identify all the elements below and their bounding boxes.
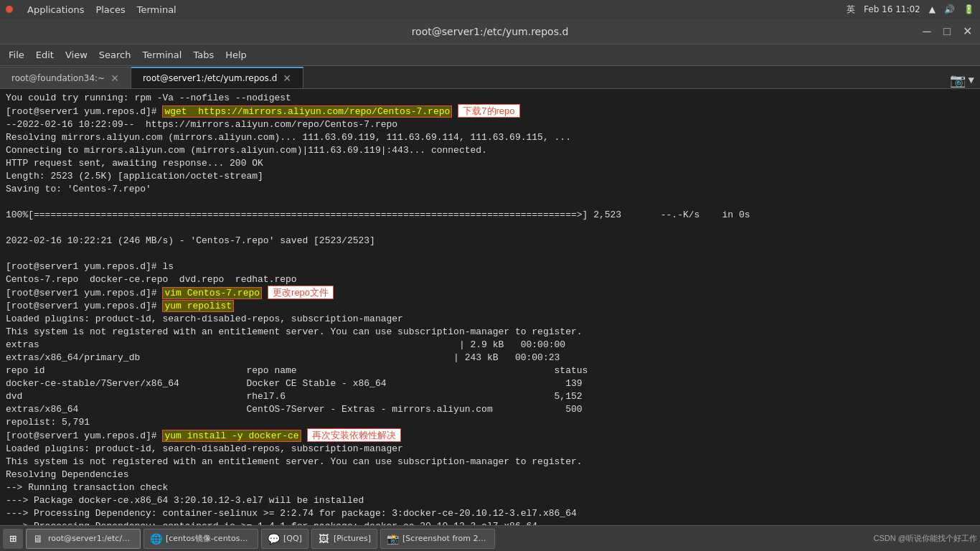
taskbar: ⊞ 🖥 root@server1:/etc/yum.rep... 🌐 [cent…: [0, 525, 980, 551]
wifi-icon: ▲: [929, 4, 936, 14]
screenshot-icon: 📷: [950, 72, 966, 88]
line-dvd-repo: dvd rhel7.6 5,152: [6, 390, 974, 403]
line-extras1: extras | 2.9 kB 00:00:00: [6, 339, 974, 352]
line-empty3: [6, 248, 974, 260]
line-ls-output: Centos-7.repo docker-ce.repo dvd.repo re…: [6, 273, 974, 286]
system-bar-left: Applications Places Terminal: [6, 4, 176, 15]
taskbar-terminal-label: root@server1:/etc/yum.rep...: [48, 534, 134, 543]
tab-server1-label: root@server1:/etc/yum.repos.d: [143, 73, 277, 83]
title-bar: root@server1:/etc/yum.repos.d ─ □ ✕: [0, 19, 980, 44]
tab-foundation34-label: root@foundation34:~: [11, 73, 105, 83]
language-indicator: 英: [847, 4, 855, 16]
menu-terminal[interactable]: Terminal: [136, 47, 187, 63]
taskbar-item-pictures[interactable]: 🖼 [Pictures]: [311, 529, 377, 549]
line-notreg2: This system is not registered with an en…: [6, 456, 974, 468]
tab-foundation34[interactable]: root@foundation34:~ ✕: [0, 67, 131, 88]
taskbar-item-screenshot[interactable]: 📸 [Screenshot from 2022-02...: [380, 529, 495, 549]
line-extras2: extras/x86_64/primary_db | 243 kB 00:00:…: [6, 352, 974, 364]
tabs-actions: 📷 ▼: [950, 72, 980, 88]
tab-server1-close[interactable]: ✕: [283, 72, 291, 84]
line-length: Length: 2523 (2.5K) [application/octet-s…: [6, 170, 974, 183]
taskbar-terminal-icon: 🖥: [32, 533, 44, 545]
applications-menu[interactable]: Applications: [27, 4, 84, 15]
line-saving: Saving to: 'Centos-7.repo': [6, 183, 974, 196]
os-logo: [6, 6, 13, 13]
taskbar-browser-label: [centos镜像-centos下载地...: [166, 533, 252, 544]
datetime: Feb 16 11:02: [864, 4, 920, 14]
terminal-content[interactable]: You could try running: rpm -Va --nofiles…: [0, 89, 980, 551]
line-repolist-cmd: [root@server1 yum.repos.d]# yum repolist: [6, 300, 974, 313]
line-progress: 100%[===================================…: [6, 209, 974, 222]
taskbar-pictures-icon: 🖼: [318, 533, 329, 545]
line-empty1: [6, 196, 974, 209]
tab-server1[interactable]: root@server1:/etc/yum.repos.d ✕: [131, 67, 303, 88]
line-repoid-header: repo id repo name status: [6, 364, 974, 377]
csdn-watermark: CSDN @听说你能找个好工作: [874, 533, 977, 544]
menu-help[interactable]: Help: [220, 47, 253, 63]
tabs-bar: root@foundation34:~ ✕ root@server1:/etc/…: [0, 66, 980, 89]
taskbar-item-qq[interactable]: 💬 [QQ]: [261, 529, 308, 549]
menu-tabs[interactable]: Tabs: [187, 47, 220, 63]
menu-bar: File Edit View Search Terminal Tabs Help: [0, 44, 980, 66]
minimize-button[interactable]: ─: [920, 25, 934, 38]
line-rpm: You could try running: rpm -Va --nofiles…: [6, 92, 974, 105]
taskbar-right: CSDN @听说你能找个好工作: [874, 533, 977, 544]
taskbar-qq-icon: 💬: [268, 533, 279, 545]
window-controls: ─ □ ✕: [920, 24, 974, 38]
line-install-cmd: [root@server1 yum.repos.d]# yum install …: [6, 429, 974, 443]
taskbar-item-browser[interactable]: 🌐 [centos镜像-centos下载地...: [143, 529, 258, 549]
system-bar-right: 英 Feb 16 11:02 ▲ 🔊 🔋: [847, 4, 974, 16]
tab-foundation34-close[interactable]: ✕: [110, 72, 119, 84]
menu-view[interactable]: View: [60, 47, 93, 63]
line-vim-cmd: [root@server1 yum.repos.d]# vim Centos-7…: [6, 286, 974, 300]
line-notreg1: This system is not registered with an en…: [6, 326, 974, 339]
close-button[interactable]: ✕: [960, 24, 974, 38]
line-date1: --2022-02-16 10:22:09-- https://mirrors.…: [6, 118, 974, 131]
line-resolving: Resolving mirrors.aliyun.com (mirrors.al…: [6, 131, 974, 144]
line-extras-repo: extras/x86_64 CentOS-7Server - Extras - …: [6, 403, 974, 416]
taskbar-item-terminal[interactable]: 🖥 root@server1:/etc/yum.rep...: [26, 529, 141, 549]
menu-edit[interactable]: Edit: [30, 47, 60, 63]
battery-icon: 🔋: [963, 4, 974, 14]
terminal-window: root@server1:/etc/yum.repos.d ─ □ ✕ File…: [0, 19, 980, 551]
window-title: root@server1:/etc/yum.repos.d: [412, 26, 569, 37]
line-wget-cmd: [root@server1 yum.repos.d]# wget https:/…: [6, 105, 974, 118]
line-loaded2: Loaded plugins: product-id, search-disab…: [6, 443, 974, 456]
line-http: HTTP request sent, awaiting response... …: [6, 157, 974, 170]
places-menu[interactable]: Places: [95, 4, 125, 15]
line-repolist-count: repolist: 5,791: [6, 416, 974, 429]
line-connecting: Connecting to mirrors.aliyun.com (mirror…: [6, 144, 974, 157]
taskbar-show-desktop[interactable]: ⊞: [3, 529, 23, 549]
menu-file[interactable]: File: [3, 47, 30, 63]
taskbar-screenshot-icon: 📸: [387, 533, 398, 545]
speaker-icon: 🔊: [944, 4, 955, 14]
taskbar-qq-label: [QQ]: [283, 534, 302, 543]
line-loaded1: Loaded plugins: product-id, search-disab…: [6, 313, 974, 326]
system-bar: Applications Places Terminal 英 Feb 16 11…: [0, 0, 980, 19]
line-docker-repo: docker-ce-stable/7Server/x86_64 Docker C…: [6, 377, 974, 390]
line-ls-cmd: [root@server1 yum.repos.d]# ls: [6, 260, 974, 273]
tab-expand-icon[interactable]: ▼: [969, 75, 974, 86]
line-package-install: ---> Package docker-ce.x86_64 3:20.10.12…: [6, 494, 974, 507]
line-running-check: --> Running transaction check: [6, 481, 974, 494]
maximize-button[interactable]: □: [940, 25, 954, 38]
line-dep-selinux: ---> Processing Dependency: container-se…: [6, 507, 974, 520]
terminal-menu[interactable]: Terminal: [137, 4, 176, 15]
line-empty2: [6, 222, 974, 235]
menu-search[interactable]: Search: [93, 47, 137, 63]
line-resolving-dep: Resolving Dependencies: [6, 468, 974, 481]
taskbar-pictures-label: [Pictures]: [334, 534, 371, 543]
taskbar-browser-icon: 🌐: [150, 533, 161, 545]
line-saved: 2022-02-16 10:22:21 (246 MB/s) - 'Centos…: [6, 235, 974, 248]
taskbar-screenshot-label: [Screenshot from 2022-02...: [402, 534, 489, 543]
